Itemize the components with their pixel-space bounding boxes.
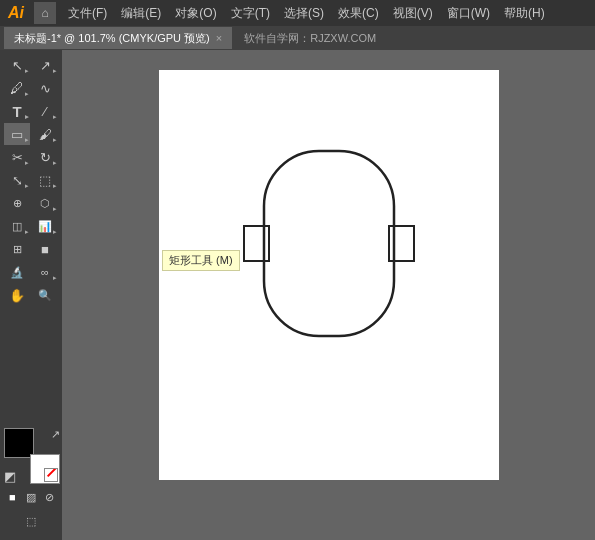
app-logo: Ai — [8, 4, 24, 22]
menu-item-c[interactable]: 效果(C) — [332, 3, 385, 24]
scissors-tool[interactable]: ✂▸ — [4, 146, 30, 168]
menu-item-f[interactable]: 文件(F) — [62, 3, 113, 24]
selection-tool[interactable]: ↖▸ — [4, 54, 30, 76]
tool-row-1: ↖▸ ↗▸ — [2, 54, 60, 76]
pen-tool[interactable]: 🖊▸ — [4, 77, 30, 99]
color-button[interactable]: ■ — [4, 486, 21, 508]
menu-item-o[interactable]: 对象(O) — [169, 3, 222, 24]
menu-item-e[interactable]: 编辑(E) — [115, 3, 167, 24]
curvature-tool[interactable]: ∿ — [32, 77, 58, 99]
tab-title: 未标题-1* @ 101.7% (CMYK/GPU 预览) — [14, 31, 210, 46]
canvas-area[interactable]: 矩形工具 (M) — [62, 50, 595, 540]
tool-row-6: ⤡▸ ⬚▸ — [2, 169, 60, 191]
svg-rect-0 — [264, 151, 394, 336]
menu-item-s[interactable]: 选择(S) — [278, 3, 330, 24]
home-button[interactable]: ⌂ — [34, 2, 56, 24]
direct-selection-tool[interactable]: ↗▸ — [32, 54, 58, 76]
main-layout: ↖▸ ↗▸ 🖊▸ ∿ T▸ ∕▸ ▭▸ 🖌▸ ✂▸ ↻▸ ⤡▸ ⬚▸ ⊕ — [0, 50, 595, 540]
shape-builder-tool[interactable]: ⊕ — [4, 192, 30, 214]
menu-item-t[interactable]: 文字(T) — [225, 3, 276, 24]
blend-tool[interactable]: ∞▸ — [32, 261, 58, 283]
mesh-tool[interactable]: ⊞ — [4, 238, 30, 260]
tool-row-8: ◫▸ 📊▸ — [2, 215, 60, 237]
active-tab[interactable]: 未标题-1* @ 101.7% (CMYK/GPU 预览) × — [4, 27, 232, 49]
reflect-tool[interactable]: ⤡▸ — [4, 169, 30, 191]
line-tool[interactable]: ∕▸ — [32, 100, 58, 122]
tool-row-11: ✋ 🔍 — [2, 284, 60, 306]
gradient-button[interactable]: ▨ — [23, 486, 40, 508]
menu-item-h[interactable]: 帮助(H) — [498, 3, 551, 24]
rotate-tool[interactable]: ↻▸ — [32, 146, 58, 168]
tooltip-text: 矩形工具 (M) — [169, 254, 233, 266]
tool-row-3: T▸ ∕▸ — [2, 100, 60, 122]
warp-tool[interactable]: ⬚▸ — [32, 169, 58, 191]
tool-row-10: 🔬 ∞▸ — [2, 261, 60, 283]
artboard-tool[interactable]: ⬚ — [18, 510, 44, 532]
live-paint-tool[interactable]: ⬡▸ — [32, 192, 58, 214]
menu-item-v[interactable]: 视图(V) — [387, 3, 439, 24]
hand-tool[interactable]: ✋ — [4, 284, 30, 306]
tool-row-9: ⊞ ■ — [2, 238, 60, 260]
paintbrush-tool[interactable]: 🖌▸ — [32, 123, 58, 145]
shape-container — [234, 136, 424, 396]
rectangle-tool[interactable]: ▭▸ — [4, 123, 30, 145]
left-toolbar: ↖▸ ↗▸ 🖊▸ ∿ T▸ ∕▸ ▭▸ 🖌▸ ✂▸ ↻▸ ⤡▸ ⬚▸ ⊕ — [0, 50, 62, 540]
perspective-grid-tool[interactable]: ◫▸ — [4, 215, 30, 237]
tab-close-button[interactable]: × — [216, 32, 222, 44]
eyedropper-tool[interactable]: 🔬 — [4, 261, 30, 283]
tool-row-5: ✂▸ ↻▸ — [2, 146, 60, 168]
chart-tool[interactable]: 📊▸ — [32, 215, 58, 237]
reset-colors-icon[interactable]: ◩ — [4, 469, 16, 484]
color-area: ↗ ◩ ■ ▨ ⊘ ⬚ — [2, 422, 60, 536]
website-label: 软件自学网：RJZXW.COM — [244, 31, 376, 46]
tooltip: 矩形工具 (M) — [162, 250, 240, 271]
zoom-tool[interactable]: 🔍 — [32, 284, 58, 306]
tool-row-2: 🖊▸ ∿ — [2, 77, 60, 99]
title-bar: Ai ⌂ 文件(F)编辑(E)对象(O)文字(T)选择(S)效果(C)视图(V)… — [0, 0, 595, 26]
tool-row-7: ⊕ ⬡▸ — [2, 192, 60, 214]
tool-row-4: ▭▸ 🖌▸ — [2, 123, 60, 145]
menu-bar: 文件(F)编辑(E)对象(O)文字(T)选择(S)效果(C)视图(V)窗口(W)… — [62, 3, 587, 24]
none-button[interactable]: ⊘ — [41, 486, 58, 508]
extra-color-row: ■ ▨ ⊘ — [4, 486, 58, 508]
swap-colors-icon[interactable]: ↗ — [51, 428, 60, 441]
tab-bar: 未标题-1* @ 101.7% (CMYK/GPU 预览) × 软件自学网：RJ… — [0, 26, 595, 50]
type-tool[interactable]: T▸ — [4, 100, 30, 122]
color-swatches: ↗ ◩ — [4, 428, 60, 484]
no-color-icon[interactable] — [44, 468, 58, 482]
menu-item-w[interactable]: 窗口(W) — [441, 3, 496, 24]
gradient-tool[interactable]: ■ — [32, 238, 58, 260]
